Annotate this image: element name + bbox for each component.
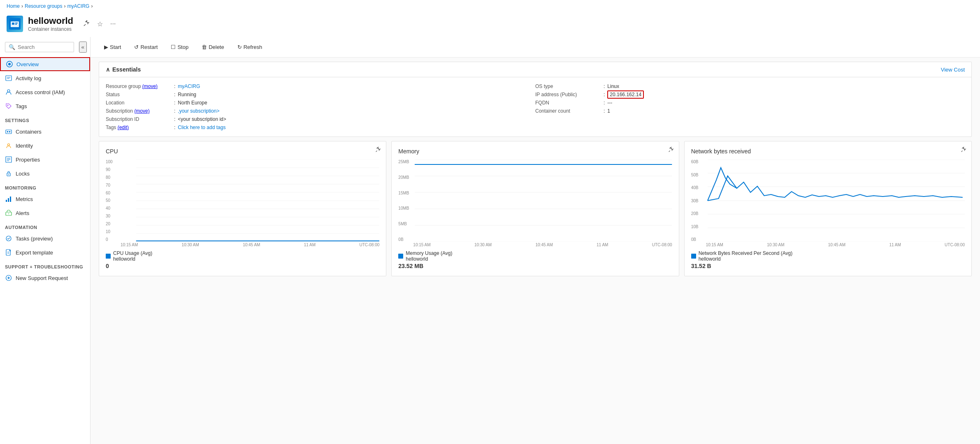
cpu-x-axis: 10:15 AM 10:30 AM 10:45 AM 11 AM UTC-08:…	[106, 243, 379, 247]
charts-grid: CPU 100 90 80 70 60 50 40 30 20	[91, 141, 980, 284]
sidebar-item-tasks[interactable]: Tasks (preview)	[0, 231, 90, 245]
delete-icon: 🗑	[202, 44, 207, 50]
network-chart-pin[interactable]	[961, 146, 966, 154]
network-chart-footer: Network Bytes Received Per Second (Avg) …	[691, 250, 965, 262]
essentials-status: Status :Running	[106, 90, 535, 99]
sidebar-item-alerts[interactable]: Alerts	[0, 206, 90, 220]
sidebar-item-properties[interactable]: Properties	[0, 153, 90, 166]
new-support-request-icon	[5, 274, 12, 282]
stop-button[interactable]: ☐ Stop	[165, 41, 194, 53]
network-legend-sub: helloworld	[699, 256, 793, 262]
stop-icon: ☐	[171, 44, 176, 50]
delete-button[interactable]: 🗑 Delete	[196, 41, 230, 53]
memory-legend-sub: helloworld	[406, 256, 452, 262]
sidebar-nav: Overview Activity log Access control (IA…	[0, 57, 90, 444]
app-header: helloworld Container instances ☆ ···	[0, 12, 980, 37]
more-button[interactable]: ···	[109, 18, 117, 29]
search-input[interactable]	[18, 44, 70, 50]
memory-chart-svg	[398, 160, 672, 242]
sidebar-item-access-control[interactable]: Access control (IAM)	[0, 85, 90, 99]
svg-rect-7	[6, 76, 12, 81]
cpu-legend-icon	[106, 254, 111, 259]
network-chart-svg	[691, 160, 965, 242]
view-cost-link[interactable]: View Cost	[941, 67, 965, 73]
cpu-chart-pin[interactable]	[375, 146, 381, 154]
sidebar-item-iam-label: Access control (IAM)	[16, 89, 65, 95]
sidebar-item-new-support-request[interactable]: New Support Request	[0, 271, 90, 285]
sidebar-item-metrics[interactable]: Metrics	[0, 192, 90, 206]
sidebar-item-identity[interactable]: Identity	[0, 139, 90, 153]
sidebar-item-alerts-label: Alerts	[16, 210, 29, 216]
collapse-icon[interactable]: ∧	[106, 66, 110, 73]
svg-rect-23	[8, 198, 9, 202]
sidebar-item-new-support-request-label: New Support Request	[16, 275, 68, 281]
essentials-container-count: Container count :1	[535, 107, 965, 115]
essentials-ip-address: IP address (Public) :20.166.162.14	[535, 90, 965, 99]
sidebar-item-export-template-label: Export template	[16, 250, 53, 256]
svg-rect-12	[6, 130, 12, 134]
svg-rect-3	[15, 23, 18, 23]
edit-tags-link[interactable]: (edit)	[118, 125, 129, 130]
activity-log-icon	[5, 74, 12, 82]
network-chart-card: Network bytes received 60B 50B 40B 30B 2…	[684, 141, 972, 276]
section-automation: Automation	[0, 220, 90, 231]
essentials-left-col: Resource group (move) :myACIRG Status :R…	[106, 82, 535, 132]
start-icon: ▶	[104, 44, 108, 50]
essentials-resource-group: Resource group (move) :myACIRG	[106, 82, 535, 90]
sidebar-item-tags[interactable]: Tags	[0, 99, 90, 113]
sidebar-item-locks[interactable]: Locks	[0, 166, 90, 180]
properties-icon	[5, 156, 12, 163]
locks-icon	[5, 170, 12, 177]
tags-icon	[5, 102, 12, 110]
memory-chart-pin[interactable]	[668, 146, 674, 154]
breadcrumb-resource-groups[interactable]: Resource groups	[25, 3, 62, 9]
pin-button[interactable]	[81, 18, 91, 30]
add-tags-link[interactable]: Click here to add tags	[178, 125, 225, 130]
refresh-button[interactable]: ↻ Refresh	[232, 41, 268, 53]
essentials-subscription-id: Subscription ID :<your subscription id>	[106, 115, 535, 123]
resource-group-value[interactable]: myACIRG	[178, 83, 200, 89]
cpu-chart-value: 0	[106, 263, 379, 269]
cpu-legend-sub: helloworld	[113, 256, 152, 262]
section-monitoring: Monitoring	[0, 180, 90, 192]
memory-chart-area: 25MB 20MB 15MB 10MB 5MB 0B	[398, 160, 672, 242]
metrics-icon	[5, 195, 12, 203]
sidebar-item-overview[interactable]: Overview	[0, 57, 90, 71]
identity-icon	[5, 142, 12, 149]
essentials-subscription: Subscription (move) :,your subscription>	[106, 107, 535, 115]
subscription-value[interactable]: ,your subscription>	[178, 108, 219, 114]
sidebar-item-export-template[interactable]: Export template	[0, 245, 90, 259]
sub-move-link[interactable]: (move)	[134, 108, 149, 114]
svg-rect-4	[15, 24, 17, 25]
header-actions: ☆ ···	[81, 18, 117, 30]
essentials-title: Essentials	[112, 66, 141, 73]
svg-rect-13	[7, 131, 8, 132]
app-title: helloworld	[28, 16, 73, 26]
move-link[interactable]: (move)	[142, 83, 158, 89]
sidebar-collapse-button[interactable]: «	[79, 42, 87, 53]
restart-button[interactable]: ↺ Restart	[129, 41, 163, 53]
restart-icon: ↺	[134, 44, 139, 50]
breadcrumb-myacirg[interactable]: myACIRG	[67, 3, 89, 9]
favorite-button[interactable]: ☆	[95, 18, 105, 30]
search-icon: 🔍	[9, 44, 15, 50]
essentials-os-type: OS type :Linux	[535, 82, 965, 90]
essentials-fqdn: FQDN :---	[535, 99, 965, 107]
essentials-grid: Resource group (move) :myACIRG Status :R…	[99, 77, 971, 136]
svg-rect-14	[9, 131, 10, 132]
breadcrumb: Home › Resource groups › myACIRG ›	[0, 0, 980, 12]
sidebar-item-tags-label: Tags	[16, 103, 27, 109]
sidebar-item-overview-label: Overview	[16, 61, 39, 67]
alerts-icon	[5, 209, 12, 217]
breadcrumb-home[interactable]: Home	[7, 3, 20, 9]
start-button[interactable]: ▶ Start	[99, 41, 126, 53]
memory-chart-title: Memory	[398, 148, 672, 155]
sidebar-item-identity-label: Identity	[16, 143, 33, 149]
search-box[interactable]: 🔍	[5, 42, 74, 52]
cpu-chart-svg	[106, 160, 379, 242]
ip-address-value: 20.166.162.14	[607, 90, 644, 99]
sidebar-item-containers[interactable]: Containers	[0, 125, 90, 139]
network-chart-title: Network bytes received	[691, 148, 965, 155]
sidebar-item-activity-log[interactable]: Activity log	[0, 71, 90, 85]
cpu-chart-title: CPU	[106, 148, 379, 155]
